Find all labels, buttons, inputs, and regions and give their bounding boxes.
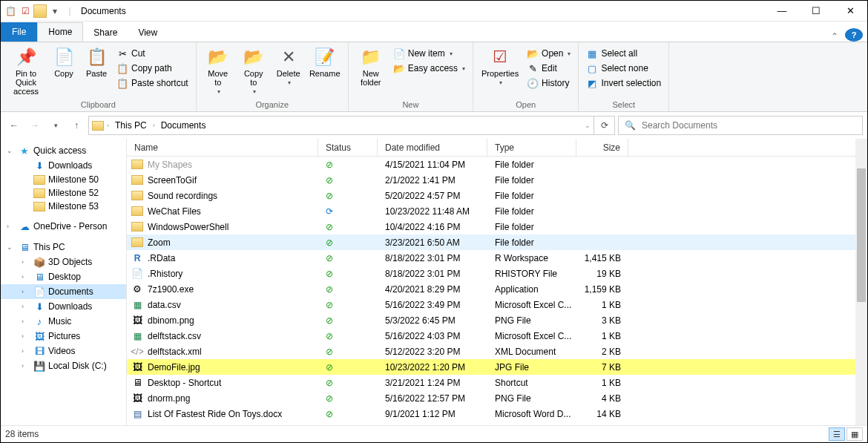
sidebar-milestone50[interactable]: Milestone 50 [1,173,126,186]
file-row[interactable]: ▦delftstack.csv⊘5/16/2022 4:03 PMMicroso… [127,328,867,344]
breadcrumb-documents[interactable]: Documents [158,119,209,132]
help-button[interactable]: ? [845,28,863,42]
file-name: dbinom.png [148,315,194,326]
file-row[interactable]: My Shapes⊘4/15/2021 11:04 PMFile folder [127,157,867,172]
qat-check-icon[interactable]: ☑ [19,4,32,18]
ribbon: 📌Pin to Quick access 📄Copy 📋Paste ✂Cut 📋… [1,42,867,112]
edit-button[interactable]: ✎Edit [524,62,573,75]
close-button[interactable]: ✕ [833,1,867,22]
new-folder-button[interactable]: 📁New folder [353,44,389,90]
details-view-button[interactable]: ☰ [829,427,845,441]
file-row[interactable]: 🖼dnorm.png⊘5/16/2022 12:57 PMPNG File4 K… [127,390,867,406]
col-date[interactable]: Date modified [378,139,487,156]
file-row[interactable]: R.RData⊘8/18/2022 3:01 PMR Workspace1,41… [127,250,867,266]
sidebar-documents[interactable]: ›📄Documents [1,284,126,299]
sidebar-milestone52[interactable]: Milestone 52 [1,186,126,200]
delete-button[interactable]: ✕Delete▾ [272,44,305,89]
search-input[interactable] [642,120,856,131]
cut-button[interactable]: ✂Cut [114,47,191,60]
paste-shortcut-button[interactable]: 📋Paste shortcut [114,76,191,90]
large-icons-view-button[interactable]: ▦ [846,427,863,441]
chevron-right-icon[interactable]: › [107,122,109,129]
sidebar-videos[interactable]: ›🎞Videos [1,344,126,358]
file-row[interactable]: 📄.Rhistory⊘8/18/2022 3:01 PMRHISTORY Fil… [127,266,867,281]
paste-button[interactable]: 📋Paste [81,44,112,81]
file-size: 1 KB [576,300,628,310]
sidebar-music[interactable]: ›♪Music [1,314,126,329]
minimize-button[interactable]: — [765,1,799,22]
col-name[interactable]: Name [127,139,318,156]
sidebar-milestone53[interactable]: Milestone 53 [1,200,126,213]
documents-icon: 📄 [33,286,45,298]
tab-home[interactable]: Home [37,22,83,42]
up-button[interactable]: ↑ [68,117,85,134]
new-item-button[interactable]: 📄New item▾ [390,47,468,60]
sidebar-downloads[interactable]: ⬇Downloads [1,158,126,173]
file-row[interactable]: ▤List Of Fastest Ride On Toys.docx⊘9/1/2… [127,406,867,421]
file-date: 5/12/2022 3:20 PM [378,347,487,357]
tab-share[interactable]: Share [83,24,128,42]
file-type: Microsoft Excel C... [487,331,576,341]
file-row[interactable]: ScreenToGif⊘2/1/2022 1:41 PMFile folder [127,172,867,188]
rename-button[interactable]: 📝Rename [306,44,343,81]
history-button[interactable]: 🕘History [524,76,573,90]
rename-icon: 📝 [313,47,337,68]
qat-properties-icon[interactable]: 📋 [4,4,17,18]
sidebar-3d-objects[interactable]: ›📦3D Objects [1,255,126,269]
file-row[interactable]: WindowsPowerShell⊘10/4/2022 4:16 PMFile … [127,219,867,234]
breadcrumb-this-pc[interactable]: This PC [112,119,150,132]
copy-button[interactable]: 📄Copy [48,44,79,81]
maximize-button[interactable]: ☐ [799,1,833,22]
file-row[interactable]: ⚙7z1900.exe⊘4/20/2021 8:29 PMApplication… [127,281,867,297]
pin-to-quick-access-button[interactable]: 📌Pin to Quick access [5,44,47,99]
collapse-ribbon-icon[interactable]: ⌃ [824,31,845,42]
file-row[interactable]: ▦data.csv⊘5/16/2022 3:49 PMMicrosoft Exc… [127,297,867,312]
search-box[interactable]: 🔍 [618,116,863,135]
file-row[interactable]: Sound recordings⊘5/20/2022 4:57 PMFile f… [127,188,867,203]
col-size[interactable]: Size [576,139,628,156]
move-to-icon: 📂 [206,47,230,68]
sidebar-downloads2[interactable]: ›⬇Downloads [1,299,126,314]
sidebar-desktop[interactable]: ›🖥Desktop [1,269,126,284]
file-row[interactable]: </>delftstack.xml⊘5/12/2022 3:20 PMXML D… [127,344,867,359]
sidebar-onedrive[interactable]: ›☁OneDrive - Person [1,219,126,234]
refresh-button[interactable]: ⟳ [594,116,615,135]
col-type[interactable]: Type [487,139,576,156]
file-row[interactable]: 🖼dbinom.png⊘5/3/2022 6:45 PMPNG File3 KB [127,312,867,328]
sidebar-quick-access[interactable]: ⌄★Quick access [1,143,126,158]
new-item-icon: 📄 [393,47,405,59]
file-size: 1 KB [576,331,628,341]
file-row[interactable]: WeChat Files⟳10/23/2022 11:48 AMFile fol… [127,203,867,219]
file-status: ⊘ [318,253,378,263]
sidebar-local-disk[interactable]: ›💾Local Disk (C:) [1,358,126,373]
move-to-button[interactable]: 📂Move to▾ [201,44,235,98]
easy-access-button[interactable]: 📂Easy access▾ [390,62,468,75]
file-row[interactable]: Zoom⊘3/23/2021 6:50 AMFile folder [127,234,867,250]
copy-path-button[interactable]: 📋Copy path [114,62,191,75]
tab-file[interactable]: File [1,22,37,42]
sidebar-this-pc[interactable]: ⌄🖥This PC [1,240,126,255]
chevron-right-icon[interactable]: › [153,122,155,129]
scrollbar[interactable] [855,139,867,425]
col-status[interactable]: Status [318,139,378,156]
pc-icon: 🖥 [19,241,30,253]
sidebar-pictures[interactable]: ›🖼Pictures [1,329,126,344]
file-type: RHISTORY File [487,269,576,279]
file-type: Microsoft Excel C... [487,300,576,310]
open-button[interactable]: 📂Open▾ [524,47,573,60]
properties-button[interactable]: ☑Properties▾ [478,44,522,89]
recent-dropdown[interactable]: ▾ [47,117,65,134]
forward-button[interactable]: → [26,117,44,134]
back-button[interactable]: ← [5,117,23,134]
select-none-button[interactable]: ▢Select none [583,62,664,75]
select-all-button[interactable]: ▦Select all [583,47,664,60]
file-row[interactable]: 🖥Desktop - Shortcut⊘3/21/2021 1:24 PMSho… [127,375,867,390]
tab-view[interactable]: View [128,24,168,42]
copy-to-button[interactable]: 📂Copy to▾ [237,44,271,98]
breadcrumb-bar[interactable]: › This PC › Documents ⌄ [88,116,594,135]
qat-dropdown-icon[interactable]: ▾ [48,4,62,18]
file-row[interactable]: 🖼DemoFile.jpg⊘10/23/2022 1:20 PMJPG File… [127,359,867,375]
invert-selection-button[interactable]: ◩Invert selection [583,76,664,90]
chevron-down-icon[interactable]: ⌄ [585,122,591,129]
file-date: 8/18/2022 3:01 PM [378,269,487,279]
